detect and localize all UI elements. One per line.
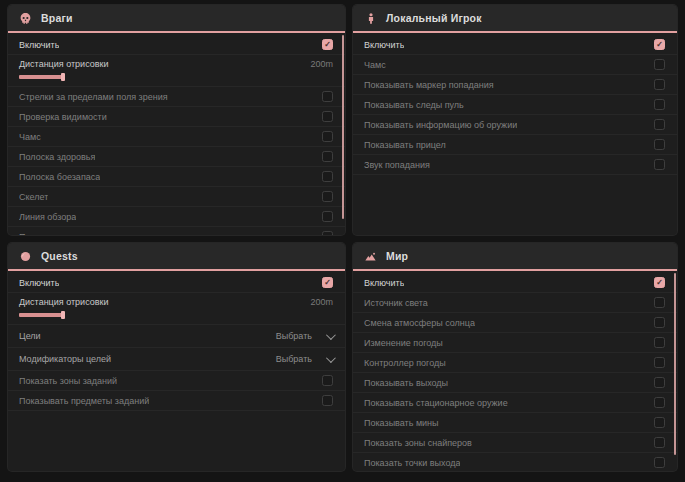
checkbox[interactable]	[654, 297, 665, 308]
slider-handle[interactable]	[61, 73, 65, 81]
panel-rows: Включить ✓ Дистанция отрисовки 200m Стре…	[8, 33, 345, 235]
checkbox[interactable]	[322, 211, 333, 222]
row-label: Включить	[19, 40, 59, 50]
checkbox-row[interactable]: Смена атмосферы солнца	[353, 313, 677, 333]
checkbox-row[interactable]: Включить ✓	[8, 273, 345, 293]
checkbox-row[interactable]: Показывать следы пуль	[8, 227, 345, 235]
checkbox[interactable]	[654, 337, 665, 348]
checkbox-row[interactable]: Звук попадания	[353, 155, 677, 175]
row-label: Показать зоны заданий	[19, 376, 117, 386]
checkbox-row[interactable]: Проверка видимости	[8, 107, 345, 127]
checkbox[interactable]	[322, 111, 333, 122]
panel-header: Враги	[8, 5, 345, 33]
checkbox[interactable]	[654, 59, 665, 70]
row-label: Показывать маркер попадания	[364, 80, 494, 90]
checkbox-row[interactable]: Показывать предметы заданий	[8, 391, 345, 411]
checkbox-row[interactable]: Показывать стационарное оружие	[353, 393, 677, 413]
circle-icon	[19, 250, 32, 263]
slider-track[interactable]	[19, 75, 219, 79]
panel-scrollbar[interactable]	[342, 35, 344, 219]
checkbox[interactable]: ✓	[322, 277, 333, 288]
checkbox[interactable]	[654, 119, 665, 130]
checkbox[interactable]	[654, 457, 665, 468]
select-row: Цели Выбрать	[8, 325, 345, 348]
checkbox-row[interactable]: Полоска боезапаса	[8, 167, 345, 187]
panel-title: Локальный Игрок	[386, 12, 482, 24]
checkbox-row[interactable]: Показывать мины	[353, 413, 677, 433]
slider-value: 200m	[310, 297, 333, 307]
row-label: Линия обзора	[19, 212, 76, 222]
select-row: Модификаторы целей Выбрать	[8, 348, 345, 371]
checkbox-row[interactable]: Стрелки за пределами поля зрения	[8, 87, 345, 107]
checkbox-row[interactable]: Показать зоны снайперов	[353, 433, 677, 453]
slider-row: Дистанция отрисовки 200m	[8, 55, 345, 87]
row-label: Включить	[19, 278, 59, 288]
checkbox[interactable]	[322, 375, 333, 386]
checkbox-row[interactable]: Линия обзора	[8, 207, 345, 227]
checkbox-row[interactable]: Показывать выходы	[353, 373, 677, 393]
checkbox[interactable]	[654, 357, 665, 368]
row-label: Показывать следы пуль	[364, 100, 464, 110]
checkbox-row[interactable]: Показывать следы пуль	[353, 95, 677, 115]
checkbox-row[interactable]: Показать точки выхода	[353, 453, 677, 471]
checkbox[interactable]	[654, 139, 665, 150]
checkbox[interactable]	[654, 99, 665, 110]
slider-track[interactable]	[19, 313, 219, 317]
panel-title: Мир	[386, 250, 408, 262]
slider-fill	[19, 75, 63, 79]
checkbox-row[interactable]: Чамс	[8, 127, 345, 147]
checkbox[interactable]	[322, 131, 333, 142]
panel-title: Quests	[41, 250, 78, 262]
checkbox-row[interactable]: Изменение погоды	[353, 333, 677, 353]
slider-handle[interactable]	[61, 311, 65, 319]
checkbox-row[interactable]: Включить ✓	[353, 273, 677, 293]
checkbox[interactable]: ✓	[322, 39, 333, 50]
checkbox-row[interactable]: Скелет	[8, 187, 345, 207]
checkbox[interactable]	[654, 377, 665, 388]
select-control[interactable]: Выбрать	[276, 354, 333, 364]
checkbox[interactable]	[322, 91, 333, 102]
checkbox[interactable]	[654, 437, 665, 448]
panel-rows: Включить ✓ Чамс Показывать маркер попада…	[353, 33, 677, 175]
row-label: Включить	[364, 278, 404, 288]
checkbox[interactable]	[322, 171, 333, 182]
row-label: Полоска боезапаса	[19, 172, 100, 182]
checkbox-row[interactable]: Показывать информацию об оружии	[353, 115, 677, 135]
checkbox-row[interactable]: Показывать прицел	[353, 135, 677, 155]
checkbox[interactable]	[322, 231, 333, 235]
checkbox-row[interactable]: Показать зоны заданий	[8, 371, 345, 391]
checkbox-row[interactable]: Источник света	[353, 293, 677, 313]
slider-row: Дистанция отрисовки 200m	[8, 293, 345, 325]
checkbox-row[interactable]: Включить ✓	[353, 35, 677, 55]
panel-header: Мир	[353, 243, 677, 271]
checkbox[interactable]: ✓	[654, 39, 665, 50]
checkbox-row[interactable]: Показывать маркер попадания	[353, 75, 677, 95]
checkbox-row[interactable]: Чамс	[353, 55, 677, 75]
row-label: Чамс	[19, 132, 41, 142]
row-label: Показывать выходы	[364, 378, 448, 388]
row-label: Источник света	[364, 298, 428, 308]
checkbox-row[interactable]: Полоска здоровья	[8, 147, 345, 167]
mountain-icon	[364, 250, 377, 263]
checkbox[interactable]	[322, 191, 333, 202]
row-label: Цели	[19, 331, 41, 341]
checkbox[interactable]: ✓	[654, 277, 665, 288]
row-label: Скелет	[19, 192, 48, 202]
panel-scrollbar[interactable]	[674, 273, 676, 455]
checkbox-row[interactable]: Контроллер погоды	[353, 353, 677, 373]
row-label: Показывать стационарное оружие	[364, 398, 508, 408]
checkbox[interactable]	[654, 79, 665, 90]
checkbox[interactable]	[322, 395, 333, 406]
row-label: Дистанция отрисовки	[19, 297, 109, 307]
checkbox[interactable]	[654, 317, 665, 328]
row-label: Стрелки за пределами поля зрения	[19, 92, 168, 102]
row-label: Показывать прицел	[364, 140, 446, 150]
select-control[interactable]: Выбрать	[276, 331, 333, 341]
panel-rows: Включить ✓ Дистанция отрисовки 200m Цели…	[8, 271, 345, 411]
checkbox-row[interactable]: Включить ✓	[8, 35, 345, 55]
row-label: Изменение погоды	[364, 338, 443, 348]
checkbox[interactable]	[322, 151, 333, 162]
checkbox[interactable]	[654, 397, 665, 408]
checkbox[interactable]	[654, 417, 665, 428]
checkbox[interactable]	[654, 159, 665, 170]
